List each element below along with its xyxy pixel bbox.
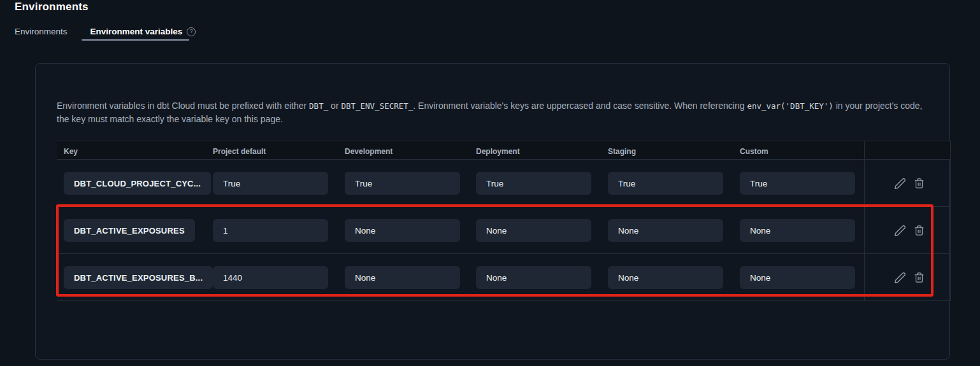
variable-key-cell: DBT_ACTIVE_EXPOSURES xyxy=(64,219,195,242)
variable-value-cell-custom: None xyxy=(740,219,855,242)
variable-key: DBT_ACTIVE_EXPOSURES xyxy=(74,226,185,236)
delete-variable-button[interactable] xyxy=(912,224,925,237)
environments-page: { "page": { "title": "Environments" }, "… xyxy=(0,0,980,366)
environment-variables-panel: Environment variables in dbt Cloud must … xyxy=(35,63,950,360)
pencil-icon xyxy=(894,272,906,284)
variable-value: True xyxy=(618,179,635,188)
variable-value: None xyxy=(750,273,770,283)
variable-value: None xyxy=(750,226,770,236)
variable-key: DBT_ACTIVE_EXPOSURES_B... xyxy=(74,273,203,283)
tab-environment-variables[interactable]: Environment variables ? xyxy=(90,27,196,36)
variable-value-cell-deployment: None xyxy=(476,219,591,242)
column-header-project-default: Project default xyxy=(213,147,266,156)
variable-value: True xyxy=(750,179,767,188)
variable-value: 1440 xyxy=(223,273,242,283)
column-header-development: Development xyxy=(345,147,393,156)
trash-icon xyxy=(914,225,925,236)
description-segment: Environment variables in dbt Cloud must … xyxy=(57,101,309,111)
variable-value-cell-custom: True xyxy=(740,172,855,195)
variable-value-cell-staging: None xyxy=(608,266,723,289)
actions-column-divider xyxy=(864,141,865,301)
edit-variable-button[interactable] xyxy=(893,177,906,190)
column-header-key: Key xyxy=(64,147,78,156)
variable-value: None xyxy=(486,226,507,236)
code-dbt-prefix: DBT_ xyxy=(309,101,328,111)
delete-variable-button[interactable] xyxy=(912,271,925,284)
table-header-row: Key Project default Development Deployme… xyxy=(57,141,951,160)
description-segment: or xyxy=(328,101,341,111)
code-env-var: env_var('DBT_KEY') xyxy=(747,101,833,111)
delete-variable-button[interactable] xyxy=(912,177,925,190)
variable-key: DBT_CLOUD_PROJECT_CYC... xyxy=(74,179,201,188)
variable-value: True xyxy=(486,179,503,188)
variable-value: 1 xyxy=(223,226,228,236)
variables-table: Key Project default Development Deployme… xyxy=(57,141,951,301)
variable-value: None xyxy=(355,273,375,283)
column-header-staging: Staging xyxy=(608,147,636,156)
variable-value-cell-project-default: True xyxy=(213,172,328,195)
variable-value: None xyxy=(355,226,375,236)
column-header-custom: Custom xyxy=(740,147,768,156)
description-segment: . Environment variable's keys are upperc… xyxy=(413,101,747,111)
variable-value-cell-development: None xyxy=(345,266,460,289)
tab-environments-label: Environments xyxy=(15,27,68,36)
table-row: DBT_CLOUD_PROJECT_CYC... True True True … xyxy=(57,160,951,207)
variable-value-cell-development: None xyxy=(345,219,460,242)
variable-value: None xyxy=(618,273,638,283)
trash-icon xyxy=(914,178,925,189)
column-header-deployment: Deployment xyxy=(476,147,520,156)
pencil-icon xyxy=(894,225,906,237)
table-right-border xyxy=(950,141,951,301)
active-tab-underline xyxy=(82,39,189,41)
help-circle-icon[interactable]: ? xyxy=(187,27,196,36)
variable-value-cell-custom: None xyxy=(740,266,855,289)
variable-value-cell-deployment: None xyxy=(476,266,591,289)
variable-value-cell-staging: True xyxy=(608,172,723,195)
page-title: Environments xyxy=(15,1,89,13)
variable-value: None xyxy=(618,226,638,236)
description-text: Environment variables in dbt Cloud must … xyxy=(57,99,931,126)
edit-variable-button[interactable] xyxy=(893,224,906,237)
variable-value-cell-staging: None xyxy=(608,219,723,242)
edit-variable-button[interactable] xyxy=(893,271,906,284)
tab-environment-variables-label: Environment variables xyxy=(90,27,183,36)
table-row: DBT_ACTIVE_EXPOSURES_B... 1440 None None… xyxy=(57,254,951,301)
variable-value-cell-project-default: 1440 xyxy=(213,266,328,289)
variable-value-cell-project-default: 1 xyxy=(213,219,328,242)
table-row: DBT_ACTIVE_EXPOSURES 1 None None None No… xyxy=(57,207,951,254)
code-dbt-env-secret-prefix: DBT_ENV_SECRET_ xyxy=(341,101,413,111)
variable-key-cell: DBT_ACTIVE_EXPOSURES_B... xyxy=(64,266,213,289)
trash-icon xyxy=(914,272,925,283)
variable-value: True xyxy=(223,179,240,188)
variable-value: True xyxy=(355,179,372,188)
pencil-icon xyxy=(894,178,906,190)
variable-key-cell: DBT_CLOUD_PROJECT_CYC... xyxy=(64,172,211,195)
tab-environments[interactable]: Environments xyxy=(15,27,68,36)
variable-value: None xyxy=(486,273,507,283)
tab-bar: Environments Environment variables ? xyxy=(15,27,196,36)
variable-value-cell-deployment: True xyxy=(476,172,591,195)
variable-value-cell-development: True xyxy=(345,172,460,195)
